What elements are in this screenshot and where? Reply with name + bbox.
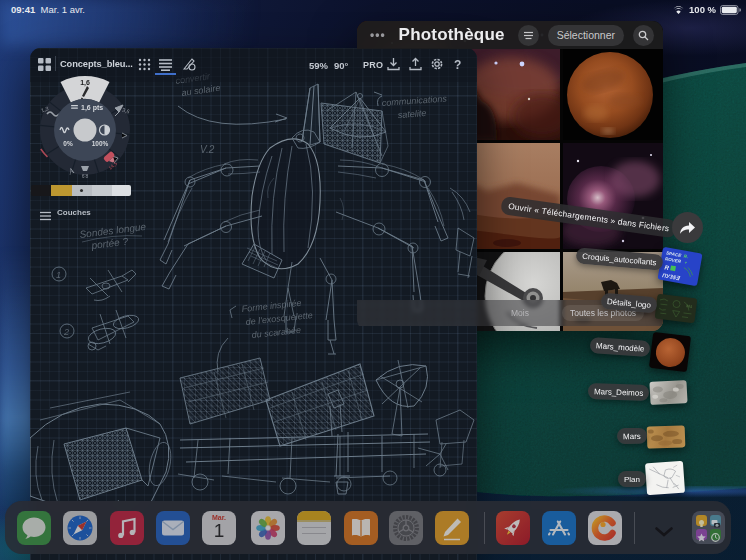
svg-text:communications: communications (381, 93, 447, 108)
svg-text:1: 1 (56, 270, 61, 280)
svg-text:M4: M4 (686, 303, 693, 309)
svg-text:+: + (684, 260, 688, 265)
svg-text:0%: 0% (63, 140, 73, 147)
svg-text:R: R (664, 264, 670, 271)
svg-text:100%: 100% (92, 140, 109, 147)
svg-text:R.: R. (683, 254, 688, 260)
svg-text:satelite: satelite (397, 108, 426, 120)
svg-text:ΠУ35∃: ΠУ35∃ (662, 272, 682, 281)
svg-text:6'8: 6'8 (82, 173, 89, 179)
svg-text:2: 2 (63, 327, 69, 337)
svg-text:V.2: V.2 (200, 144, 215, 155)
svg-text:au solaire: au solaire (181, 83, 221, 98)
svg-text:1,6: 1,6 (80, 79, 90, 87)
svg-text:1,6 pts: 1,6 pts (81, 104, 103, 112)
svg-text:du scarabée: du scarabée (251, 325, 301, 340)
